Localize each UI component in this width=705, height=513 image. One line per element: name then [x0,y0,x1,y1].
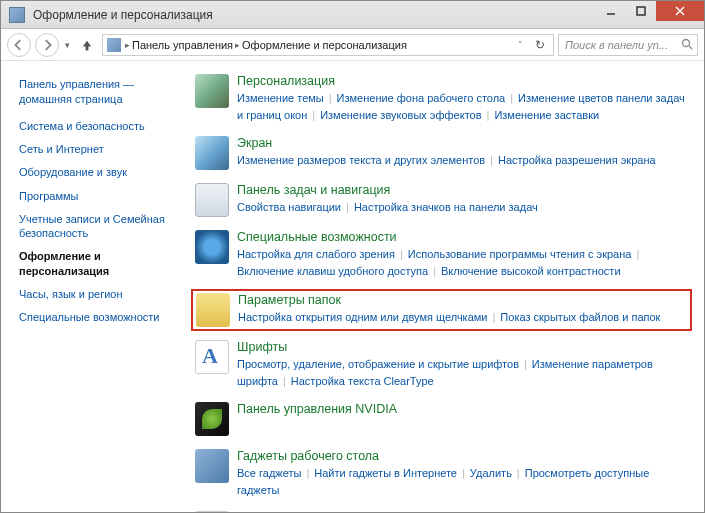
category-icon [195,136,229,170]
category-links: Изменение темы|Изменение фона рабочего с… [237,90,688,123]
refresh-button[interactable]: ↻ [531,38,549,52]
category-heading[interactable]: Экран [237,136,688,150]
category-link[interactable]: Просмотр, удаление, отображение и скрыти… [237,358,519,370]
category-heading[interactable]: Параметры папок [238,293,687,307]
category-links: Свойства навигации|Настройка значков на … [237,199,688,216]
sidebar-item[interactable]: Специальные возможности [19,310,181,324]
maximize-button[interactable] [626,1,656,21]
category-link[interactable]: Изменение размеров текста и других элеме… [237,154,485,166]
category-icon [195,230,229,264]
breadcrumb[interactable]: ▸ Панель управления ▸ Оформление и персо… [102,34,554,56]
category-link[interactable]: Включение высокой контрастности [441,265,621,277]
category: Параметры папокНастройка открытия одним … [191,289,692,331]
forward-button[interactable] [35,33,59,57]
link-separator: | [462,467,465,479]
category-links: Просмотр, удаление, отображение и скрыти… [237,356,688,389]
svg-line-5 [689,46,692,49]
link-separator: | [487,109,490,121]
category-body: Панель задач и навигацияСвойства навигац… [237,183,688,217]
category-link[interactable]: Настройка для слабого зрения [237,248,395,260]
link-separator: | [524,358,527,370]
category-link[interactable]: Показ скрытых файлов и папок [500,311,660,323]
sidebar-home[interactable]: Панель управления — домашняя страница [19,77,181,107]
category: Панель задач и навигацияСвойства навигац… [191,180,692,220]
category-link[interactable]: Настройка значков на панели задач [354,201,538,213]
category-heading[interactable]: Шрифты [237,340,688,354]
category-heading[interactable]: Панель задач и навигация [237,183,688,197]
body: Панель управления — домашняя страница Си… [1,61,704,512]
category-links: Настройка для слабого зрения|Использован… [237,246,688,279]
category-links: Изменение размеров текста и других элеме… [237,152,688,169]
control-panel-icon [9,7,25,23]
minimize-button[interactable] [596,1,626,21]
category-link[interactable]: Изменение темы [237,92,324,104]
category-icon [195,183,229,217]
link-separator: | [283,375,286,387]
search-icon [681,38,693,52]
category-link[interactable]: Использование программы чтения с экрана [408,248,632,260]
chevron-right-icon[interactable]: ▸ [125,40,130,50]
category-body: Меню "Пуск" [237,511,688,512]
category-body: Параметры папокНастройка открытия одним … [238,293,687,327]
category-icon [195,74,229,108]
category-heading[interactable]: Специальные возможности [237,230,688,244]
category-body: ЭкранИзменение размеров текста и других … [237,136,688,170]
category-heading[interactable]: Меню "Пуск" [237,511,688,512]
category-links: Все гаджеты|Найти гаджеты в Интернете|Уд… [237,465,688,498]
sidebar-item[interactable]: Часы, язык и регион [19,287,181,301]
category-icon [195,449,229,483]
history-dropdown[interactable]: ▾ [63,40,72,50]
category-link[interactable]: Найти гаджеты в Интернете [314,467,457,479]
category: Меню "Пуск" [191,508,692,512]
category-body: Гаджеты рабочего столаВсе гаджеты|Найти … [237,449,688,498]
sidebar-item[interactable]: Оформление и персонализация [19,249,181,278]
close-button[interactable] [656,1,704,21]
category-link[interactable]: Настройка разрешения экрана [498,154,656,166]
search-input[interactable]: Поиск в панели уп... [558,34,698,56]
breadcrumb-dropdown[interactable]: ˅ [518,40,523,50]
category-icon [195,340,229,374]
sidebar-item[interactable]: Сеть и Интернет [19,142,181,156]
breadcrumb-root[interactable]: Панель управления [132,39,233,51]
sidebar-item[interactable]: Учетные записи и Семейная безопасность [19,212,181,241]
category-heading[interactable]: Персонализация [237,74,688,88]
category-link[interactable]: Все гаджеты [237,467,301,479]
category-link[interactable]: Включение клавиш удобного доступа [237,265,428,277]
category-body: ПерсонализацияИзменение темы|Изменение ф… [237,74,688,123]
category: ШрифтыПросмотр, удаление, отображение и … [191,337,692,392]
link-separator: | [329,92,332,104]
link-separator: | [510,92,513,104]
category-links: Настройка открытия одним или двумя щелчк… [238,309,687,326]
navbar: ▾ ▸ Панель управления ▸ Оформление и пер… [1,29,704,61]
category-link[interactable]: Удалить [470,467,512,479]
category-heading[interactable]: Гаджеты рабочего стола [237,449,688,463]
category-link[interactable]: Настройка текста ClearType [291,375,434,387]
category-heading[interactable]: Панель управления NVIDIA [237,402,688,416]
link-separator: | [312,109,315,121]
category-icon [196,293,230,327]
sidebar-item[interactable]: Оборудование и звук [19,165,181,179]
category: Гаджеты рабочего столаВсе гаджеты|Найти … [191,446,692,501]
category-link[interactable]: Изменение звуковых эффектов [320,109,481,121]
category-icon [195,511,229,512]
category-link[interactable]: Изменение заставки [494,109,599,121]
category: ПерсонализацияИзменение темы|Изменение ф… [191,71,692,126]
link-separator: | [400,248,403,260]
category-link[interactable]: Изменение фона рабочего стола [337,92,506,104]
titlebar: Оформление и персонализация [1,1,704,29]
up-button[interactable] [76,34,98,56]
category: Специальные возможностиНастройка для сла… [191,227,692,282]
window-controls [596,1,704,21]
link-separator: | [346,201,349,213]
sidebar-item[interactable]: Система и безопасность [19,119,181,133]
category-link[interactable]: Свойства навигации [237,201,341,213]
breadcrumb-current[interactable]: Оформление и персонализация [242,39,407,51]
back-button[interactable] [7,33,31,57]
category-body: Специальные возможностиНастройка для сла… [237,230,688,279]
chevron-right-icon[interactable]: ▸ [235,40,240,50]
link-separator: | [636,248,639,260]
sidebar-item[interactable]: Программы [19,189,181,203]
link-separator: | [490,154,493,166]
location-icon [107,38,121,52]
category-link[interactable]: Настройка открытия одним или двумя щелчк… [238,311,488,323]
